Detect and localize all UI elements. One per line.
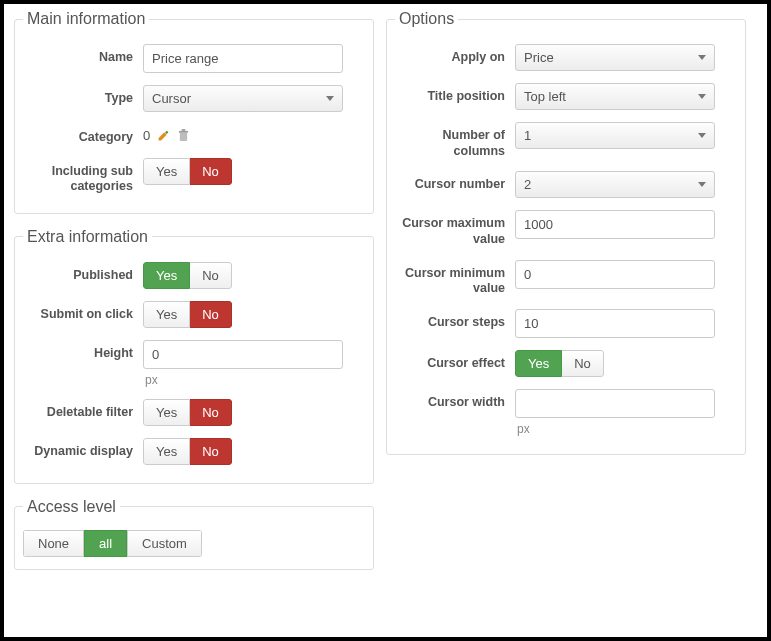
toggle-submit-on-click: Yes No xyxy=(143,301,232,328)
label-dynamic-display: Dynamic display xyxy=(23,438,143,460)
row-dynamic-display: Dynamic display Yes No xyxy=(23,432,365,471)
submit-on-click-yes[interactable]: Yes xyxy=(143,301,190,328)
row-title-position: Title position Top left xyxy=(395,77,737,116)
svg-rect-2 xyxy=(181,129,185,131)
chevron-down-icon xyxy=(698,94,706,99)
label-category: Category xyxy=(23,124,143,146)
access-custom[interactable]: Custom xyxy=(127,530,202,557)
label-cursor-width: Cursor width xyxy=(395,389,515,411)
label-type: Type xyxy=(23,85,143,107)
access-level-group: None all Custom xyxy=(23,530,202,557)
main-information-legend: Main information xyxy=(23,10,149,28)
label-cursor-steps: Cursor steps xyxy=(395,309,515,331)
subcategories-no[interactable]: No xyxy=(190,158,232,185)
delete-icon[interactable] xyxy=(176,129,190,143)
input-cursor-steps[interactable] xyxy=(515,309,715,338)
category-value: 0 xyxy=(143,128,150,143)
row-cursor-max: Cursor maximum value xyxy=(395,204,737,253)
label-cursor-number: Cursor number xyxy=(395,171,515,193)
input-cursor-max[interactable] xyxy=(515,210,715,239)
row-category: Category 0 xyxy=(23,118,365,152)
svg-rect-1 xyxy=(179,131,188,133)
extra-information-legend: Extra information xyxy=(23,228,152,246)
label-num-columns: Number of columns xyxy=(395,122,515,159)
row-num-columns: Number of columns 1 xyxy=(395,116,737,165)
row-cursor-min: Cursor minimum value xyxy=(395,254,737,303)
chevron-down-icon xyxy=(326,96,334,101)
left-column: Main information Name Type Cursor Catego… xyxy=(14,10,374,627)
published-no[interactable]: No xyxy=(190,262,232,289)
row-height: Height px xyxy=(23,334,365,393)
select-title-position[interactable]: Top left xyxy=(515,83,715,110)
label-name: Name xyxy=(23,44,143,66)
height-unit: px xyxy=(143,373,158,387)
input-cursor-width[interactable] xyxy=(515,389,715,418)
select-cursor-number[interactable]: 2 xyxy=(515,171,715,198)
chevron-down-icon xyxy=(698,133,706,138)
deletable-filter-yes[interactable]: Yes xyxy=(143,399,190,426)
select-num-columns-value: 1 xyxy=(524,128,531,143)
label-published: Published xyxy=(23,262,143,284)
toggle-deletable-filter: Yes No xyxy=(143,399,232,426)
label-submit-on-click: Submit on click xyxy=(23,301,143,323)
row-cursor-width: Cursor width px xyxy=(395,383,737,442)
select-title-position-value: Top left xyxy=(524,89,566,104)
right-column: Options Apply on Price Title position To… xyxy=(386,10,746,627)
chevron-down-icon xyxy=(698,182,706,187)
chevron-down-icon xyxy=(698,55,706,60)
row-cursor-steps: Cursor steps xyxy=(395,303,737,344)
submit-on-click-no[interactable]: No xyxy=(190,301,232,328)
dynamic-display-yes[interactable]: Yes xyxy=(143,438,190,465)
row-apply-on: Apply on Price xyxy=(395,38,737,77)
select-type-value: Cursor xyxy=(152,91,191,106)
label-subcategories: Including sub categories xyxy=(23,158,143,195)
cursor-effect-yes[interactable]: Yes xyxy=(515,350,562,377)
label-cursor-min: Cursor minimum value xyxy=(395,260,515,297)
access-level-legend: Access level xyxy=(23,498,120,516)
subcategories-yes[interactable]: Yes xyxy=(143,158,190,185)
label-apply-on: Apply on xyxy=(395,44,515,66)
label-cursor-max: Cursor maximum value xyxy=(395,210,515,247)
access-none[interactable]: None xyxy=(23,530,84,557)
row-name: Name xyxy=(23,38,365,79)
row-subcategories: Including sub categories Yes No xyxy=(23,152,365,201)
row-cursor-effect: Cursor effect Yes No xyxy=(395,344,737,383)
options-legend: Options xyxy=(395,10,458,28)
app-frame: Main information Name Type Cursor Catego… xyxy=(0,0,771,641)
dynamic-display-no[interactable]: No xyxy=(190,438,232,465)
row-submit-on-click: Submit on click Yes No xyxy=(23,295,365,334)
toggle-dynamic-display: Yes No xyxy=(143,438,232,465)
svg-rect-0 xyxy=(180,133,187,141)
cursor-effect-no[interactable]: No xyxy=(562,350,604,377)
select-cursor-number-value: 2 xyxy=(524,177,531,192)
access-level-fieldset: Access level None all Custom xyxy=(14,498,374,570)
row-deletable-filter: Deletable filter Yes No xyxy=(23,393,365,432)
cursor-width-unit: px xyxy=(515,422,530,436)
label-cursor-effect: Cursor effect xyxy=(395,350,515,372)
row-type: Type Cursor xyxy=(23,79,365,118)
edit-icon[interactable] xyxy=(156,129,170,143)
select-type[interactable]: Cursor xyxy=(143,85,343,112)
main-information-fieldset: Main information Name Type Cursor Catego… xyxy=(14,10,374,214)
options-fieldset: Options Apply on Price Title position To… xyxy=(386,10,746,455)
select-apply-on-value: Price xyxy=(524,50,554,65)
toggle-published: Yes No xyxy=(143,262,232,289)
row-published: Published Yes No xyxy=(23,256,365,295)
access-all[interactable]: all xyxy=(84,530,127,557)
select-apply-on[interactable]: Price xyxy=(515,44,715,71)
input-cursor-min[interactable] xyxy=(515,260,715,289)
deletable-filter-no[interactable]: No xyxy=(190,399,232,426)
toggle-cursor-effect: Yes No xyxy=(515,350,604,377)
label-title-position: Title position xyxy=(395,83,515,105)
label-height: Height xyxy=(23,340,143,362)
input-height[interactable] xyxy=(143,340,343,369)
extra-information-fieldset: Extra information Published Yes No Submi… xyxy=(14,228,374,484)
input-name[interactable] xyxy=(143,44,343,73)
published-yes[interactable]: Yes xyxy=(143,262,190,289)
row-cursor-number: Cursor number 2 xyxy=(395,165,737,204)
label-deletable-filter: Deletable filter xyxy=(23,399,143,421)
select-num-columns[interactable]: 1 xyxy=(515,122,715,149)
toggle-subcategories: Yes No xyxy=(143,158,232,185)
